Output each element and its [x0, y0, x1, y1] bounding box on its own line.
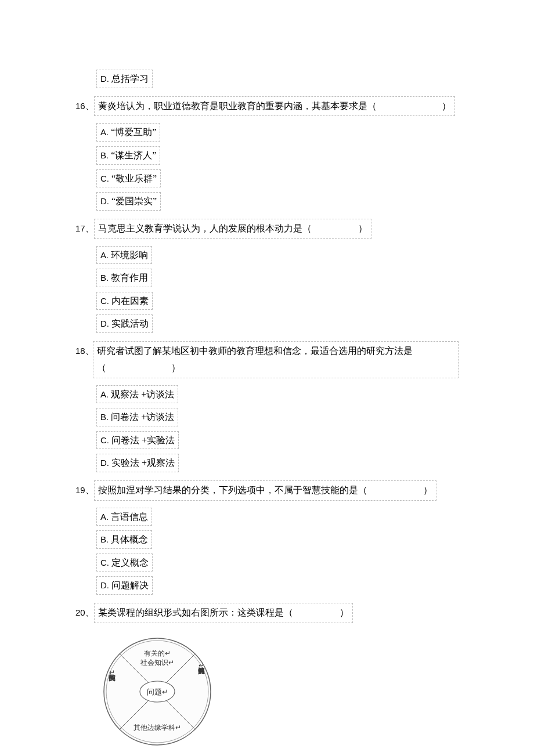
q20-text: 某类课程的组织形式如右图所示：这类课程是（ ） — [94, 603, 353, 623]
q18-option-a: A.观察法 +访谈法 — [96, 385, 459, 404]
q19-text: 按照加涅对学习结果的分类，下列选项中，不属于智慧技能的是（ ） — [94, 480, 436, 501]
q17-b-text: 教育作用 — [111, 273, 148, 283]
q16-a-text: “博爱互助” — [111, 127, 156, 137]
q16-option-a: A.“博爱互助” — [96, 123, 459, 142]
diagram-top-1: 有关的↵ — [144, 649, 171, 657]
concentric-diagram-icon: 问题↵ 有关的↵ 社会知识↵ 其他边缘学科↵ 有关的技能↵ 有关的自然知识↵ — [96, 634, 218, 750]
q16-b-text: “谋生济人” — [111, 150, 156, 160]
q17-c-text: 内在因素 — [111, 296, 149, 306]
q19-c-text: 定义概念 — [111, 558, 149, 567]
diagram-bottom: 其他边缘学科↵ — [134, 724, 181, 732]
diagram-center: 问题↵ — [147, 688, 168, 696]
q18-option-b: B.问卷法 +访谈法 — [96, 408, 459, 426]
q18-num: 18、 — [75, 343, 93, 359]
q19-a-text: 言语信息 — [111, 512, 148, 522]
q19-option-a: A.言语信息 — [96, 508, 459, 526]
q18-d-text: 实验法 +观察法 — [111, 458, 175, 468]
q19-b-text: 具体概念 — [111, 534, 148, 544]
q20-diagram: 问题↵ 有关的↵ 社会知识↵ 其他边缘学科↵ 有关的技能↵ 有关的自然知识↵ — [96, 634, 459, 752]
q16-text: 黄炎培认为，职业道德教育是职业教育的重要内涵，其基本要求是（ ） — [94, 96, 455, 117]
q17: 17、 马克思主义教育学说认为，人的发展的根本动力是（ ） — [75, 219, 459, 239]
q16-option-d: D.“爱国崇实” — [96, 192, 459, 211]
q19: 19、 按照加涅对学习结果的分类，下列选项中，不属于智慧技能的是（ ） — [75, 480, 459, 501]
q17-option-b: B.教育作用 — [96, 269, 459, 287]
q15-option-d: D.总括学习 — [96, 70, 459, 88]
q17-option-c: C.内在因素 — [96, 292, 459, 310]
q17-text: 马克思主义教育学说认为，人的发展的根本动力是（ ） — [94, 219, 371, 239]
q16: 16、 黄炎培认为，职业道德教育是职业教育的重要内涵，其基本要求是（ ） — [75, 96, 459, 117]
q19-option-d: D.问题解决 — [96, 576, 459, 595]
diagram-left: 有关的技能↵ — [107, 668, 117, 677]
q17-a-text: 环境影响 — [111, 250, 148, 260]
q16-option-c: C.“敬业乐群” — [96, 169, 459, 188]
q17-option-a: A.环境影响 — [96, 246, 459, 265]
q15-d-text: 总括学习 — [111, 74, 149, 84]
q17-d-text: 实践活动 — [111, 319, 149, 328]
q18: 18、 研究者试图了解某地区初中教师的教育理想和信念，最适合选用的研究方法是（ … — [75, 341, 459, 378]
q18-b-text: 问卷法 +访谈法 — [111, 412, 174, 422]
q16-d-text: “爱国崇实” — [111, 196, 157, 206]
q16-c-text: “敬业乐群” — [111, 173, 157, 183]
q18-a-text: 观察法 +访谈法 — [111, 389, 174, 399]
diagram-right: 有关的自然知识↵ — [196, 661, 206, 670]
q20-num: 20、 — [75, 605, 94, 620]
q20: 20、 某类课程的组织形式如右图所示：这类课程是（ ） — [75, 603, 459, 623]
q16-option-b: B.“谋生济人” — [96, 146, 459, 165]
q18-text: 研究者试图了解某地区初中教师的教育理想和信念，最适合选用的研究方法是（ ） — [93, 341, 459, 378]
diagram-top-2: 社会知识↵ — [140, 659, 174, 667]
q16-num: 16、 — [75, 98, 94, 114]
q19-option-b: B.具体概念 — [96, 530, 459, 549]
q17-num: 17、 — [75, 220, 94, 236]
q18-option-c: C.问卷法 +实验法 — [96, 431, 459, 450]
option-text: D.总括学习 — [96, 70, 153, 88]
q18-c-text: 问卷法 +实验法 — [111, 435, 175, 445]
page: D.总括学习 16、 黄炎培认为，职业道德教育是职业教育的重要内涵，其基本要求是… — [0, 0, 534, 756]
q19-num: 19、 — [75, 482, 94, 498]
q19-option-c: C.定义概念 — [96, 554, 459, 572]
q19-d-text: 问题解决 — [111, 580, 149, 590]
q18-option-d: D.实验法 +观察法 — [96, 454, 459, 472]
q17-option-d: D.实践活动 — [96, 314, 459, 333]
